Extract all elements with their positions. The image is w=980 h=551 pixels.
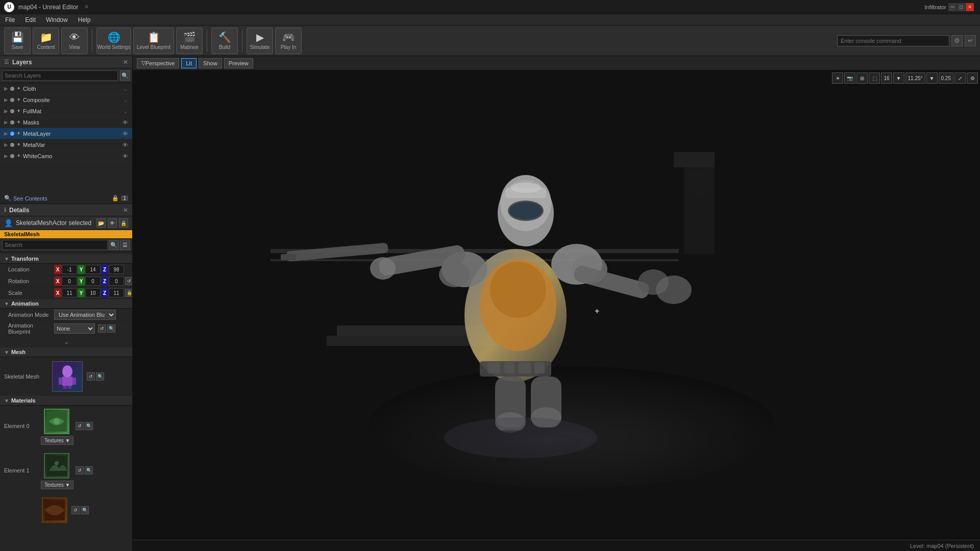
layer-item-masks[interactable]: ▶ ✦ Masks 👁 (0, 117, 132, 128)
rotation-z-input[interactable] (109, 277, 124, 286)
element0-textures-btn[interactable]: Textures ▼ (41, 436, 74, 445)
layers-search-button[interactable]: 🔍 (120, 70, 130, 81)
rotation-y-input[interactable] (85, 277, 101, 286)
vp-grid-size: 16 (881, 72, 892, 84)
details-search-button[interactable]: 🔍 (109, 240, 119, 250)
actor-eye-button[interactable]: 👁 (108, 218, 117, 228)
perspective-toggle[interactable]: ▽ Perspective (137, 58, 179, 68)
menu-edit[interactable]: Edit (20, 14, 41, 25)
save-button[interactable]: 💾 Save (4, 28, 31, 54)
element1-textures-btn[interactable]: Textures ▼ (41, 481, 74, 489)
element0-browse[interactable]: 🔍 (85, 422, 93, 430)
menu-window[interactable]: Window (41, 14, 73, 25)
vp-angle-down-icon[interactable]: ▼ (893, 72, 904, 84)
animation-blueprint-select[interactable]: None (54, 323, 95, 334)
matinee-button[interactable]: 🎬 Matinee (176, 28, 203, 54)
vp-light-icon[interactable]: ☀ (832, 72, 843, 84)
materials-section-header[interactable]: ▼ Materials (0, 396, 132, 406)
layer-eye-masks: 👁 (122, 119, 128, 126)
scale-x-input[interactable] (62, 288, 77, 297)
rotation-x-label: X (54, 277, 61, 286)
console-enter-button[interactable]: ↵ (965, 35, 976, 46)
level-blueprint-button[interactable]: 📋 Level Blueprint (133, 28, 174, 54)
location-x-input[interactable] (62, 265, 77, 274)
animation-blueprint-actions: ↺ 🔍 (98, 324, 115, 333)
console-input-area: ⚙ ↵ (837, 35, 976, 46)
details-filter-button[interactable]: ☰ (120, 240, 130, 250)
toolbar-separator-3 (242, 30, 242, 52)
skeletal-mesh-reset[interactable]: ↺ (87, 372, 95, 381)
lit-button[interactable]: Lit (181, 58, 197, 68)
selected-class-label: SkeletalMesh (0, 230, 132, 238)
element2-browse[interactable]: 🔍 (81, 506, 89, 514)
element0-reset[interactable]: ↺ (76, 422, 84, 430)
preview-button[interactable]: Preview (224, 58, 253, 68)
skeletal-mesh-browse[interactable]: 🔍 (96, 372, 104, 381)
actor-browse-button[interactable]: 📂 (96, 218, 106, 228)
titlebar-close-group: ─ □ ✕ (948, 3, 976, 11)
close-button[interactable]: ✕ (966, 3, 974, 11)
details-search-input[interactable] (2, 240, 108, 250)
console-input-field[interactable] (837, 35, 949, 46)
maximize-button[interactable]: □ (957, 3, 965, 11)
content-button[interactable]: 📁 Content (33, 28, 59, 54)
vp-settings-icon[interactable]: ⚙ (967, 72, 978, 84)
vp-grid-icon[interactable]: ⊞ (856, 72, 868, 84)
play-in-button[interactable]: 🎮 Play In (275, 28, 302, 54)
actor-lock-button[interactable]: 🔒 (119, 218, 128, 228)
vp-camera-icon[interactable]: 📷 (844, 72, 855, 84)
rotation-x-input[interactable] (62, 277, 77, 286)
view-button[interactable]: 👁 View (61, 28, 88, 54)
element2-reset[interactable]: ↺ (71, 506, 80, 514)
simulate-button[interactable]: ▶ Simulate (247, 28, 273, 54)
vp-maximize-icon[interactable]: ⤢ (954, 72, 966, 84)
save-icon: 💾 (11, 31, 24, 43)
layer-item-metallayer[interactable]: ▶ ✦ MetalLayer 👁 (0, 128, 132, 139)
console-settings-button[interactable]: ⚙ (951, 35, 963, 46)
titlebar-close-tab[interactable]: ✕ (84, 4, 89, 10)
lock-icon: 🔒 (112, 195, 119, 202)
element1-thumbnail[interactable] (44, 453, 69, 479)
layers-search-input[interactable] (2, 70, 118, 81)
location-y-input[interactable] (85, 265, 101, 274)
animation-expand-more[interactable]: ⌄ (0, 336, 132, 347)
layer-item-expand-metallayer: ▶ (4, 131, 8, 136)
vp-ortho-icon[interactable]: ⬚ (869, 72, 880, 84)
location-z-input[interactable] (109, 265, 124, 274)
scale-z-input[interactable] (109, 288, 124, 297)
show-button[interactable]: Show (199, 58, 222, 68)
scale-lock-button[interactable]: 🔒 (125, 289, 132, 297)
svg-point-0 (62, 365, 72, 378)
animation-blueprint-reset[interactable]: ↺ (98, 324, 106, 333)
scale-y-input[interactable] (85, 288, 101, 297)
layer-item-fullmat[interactable]: ▶ ✦ FullMat ⌄ (0, 106, 132, 117)
menu-file[interactable]: File (0, 14, 20, 25)
animation-mode-select[interactable]: Use Animation Blu (54, 310, 116, 320)
build-button[interactable]: 🔨 Build (211, 28, 238, 54)
element2-thumbnail[interactable] (42, 497, 67, 523)
layers-panel-close[interactable]: ✕ (123, 59, 128, 66)
animation-section-header[interactable]: ▼ Animation (0, 299, 132, 309)
svg-point-9 (55, 461, 59, 465)
menu-help[interactable]: Help (73, 14, 96, 25)
skeletal-mesh-thumbnail[interactable] (52, 361, 83, 392)
layer-item-metalvar[interactable]: ▶ ✦ MetalVar 👁 (0, 139, 132, 151)
element0-thumbnail[interactable] (44, 409, 69, 434)
element1-browse[interactable]: 🔍 (85, 466, 93, 474)
element1-reset[interactable]: ↺ (76, 466, 84, 474)
animation-blueprint-browse[interactable]: 🔍 (107, 324, 115, 333)
minimize-button[interactable]: ─ (948, 3, 957, 11)
mesh-section-header[interactable]: ▼ Mesh (0, 347, 132, 357)
see-contents-btn[interactable]: 🔍 See Contents 🔒 1 (0, 193, 132, 204)
location-xyz: X Y Z (54, 265, 124, 274)
layer-item-cloth[interactable]: ▶ ✦ Cloth ⌄ (0, 83, 132, 94)
layers-search-row: 🔍 (0, 68, 132, 83)
transform-section-header[interactable]: ▼ Transform (0, 254, 132, 264)
viewport-canvas[interactable]: + ☀ 📷 ⊞ ⬚ 16 ▼ 11.25° ▼ 0.25 ⤢ ⚙ Level: … (133, 70, 980, 551)
layer-item-whitecamo[interactable]: ▶ ✦ WhiteCamo 👁 (0, 151, 132, 162)
layer-item-composite[interactable]: ▶ ✦ Composite ⌄ (0, 94, 132, 106)
world-settings-button[interactable]: 🌐 World Settings (96, 28, 131, 54)
rotation-reset-button[interactable]: ↺ (125, 277, 132, 285)
details-panel-close[interactable]: ✕ (123, 207, 128, 214)
vp-angle2-down-icon[interactable]: ▼ (926, 72, 938, 84)
